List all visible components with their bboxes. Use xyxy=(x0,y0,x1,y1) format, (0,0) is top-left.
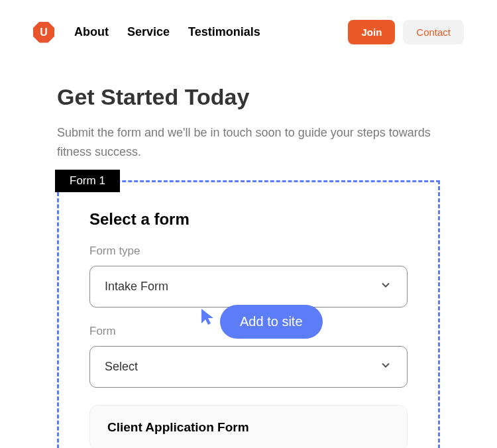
chevron-down-icon xyxy=(379,278,392,295)
join-button[interactable]: Join xyxy=(348,20,395,44)
main-content: Get Started Today Submit the form and we… xyxy=(0,44,497,448)
chevron-down-icon xyxy=(379,359,392,375)
form-select[interactable]: Select xyxy=(89,346,408,388)
nav-about[interactable]: About xyxy=(74,25,109,39)
nav-testimonials[interactable]: Testimonials xyxy=(188,25,260,39)
panel-title: Select a form xyxy=(89,210,408,229)
navbar: U About Service Testimonials Join Contac… xyxy=(0,0,497,44)
cursor-tooltip: Add to site xyxy=(200,305,323,339)
form-type-value: Intake Form xyxy=(105,280,168,294)
form-type-select[interactable]: Intake Form xyxy=(89,266,408,308)
add-to-site-tooltip: Add to site xyxy=(220,305,323,339)
cursor-icon xyxy=(200,308,216,329)
page-title: Get Started Today xyxy=(57,84,440,110)
block-label-tag[interactable]: Form 1 xyxy=(55,170,120,192)
nav-links: About Service Testimonials xyxy=(74,25,260,39)
form-value: Select xyxy=(105,360,138,374)
form-type-label: Form type xyxy=(89,245,408,258)
nav-actions: Join Contact xyxy=(348,20,464,44)
form-option-card[interactable]: Client Application Form xyxy=(89,405,408,448)
contact-button[interactable]: Contact xyxy=(403,20,464,44)
nav-service[interactable]: Service xyxy=(127,25,170,39)
form-editor-wrap: Form 1 Select a form Form type Intake Fo… xyxy=(57,180,440,448)
page-subtitle: Submit the form and we'll be in touch so… xyxy=(57,123,440,162)
logo-icon[interactable]: U xyxy=(33,22,54,43)
form-option-title: Client Application Form xyxy=(107,420,390,435)
